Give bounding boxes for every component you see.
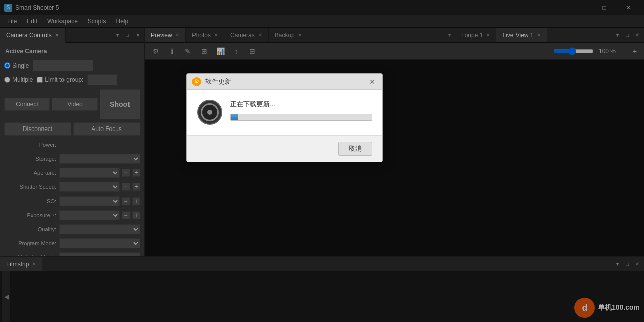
dialog-footer: 取消 [187,135,382,162]
dialog-app-icon-inner [201,103,219,121]
dialog-app-icon [197,100,222,125]
update-dialog: ⚙ 软件更新 ✕ 正在下载更新... 取消 [186,73,383,162]
dialog-close-button[interactable]: ✕ [367,77,377,87]
dialog-overlay: ⚙ 软件更新 ✕ 正在下载更新... 取消 [0,0,644,322]
dialog-message: 正在下载更新... [230,100,372,109]
dialog-title: 软件更新 [205,77,363,86]
cancel-button[interactable]: 取消 [338,142,372,156]
dialog-icon: ⚙ [192,77,201,86]
dialog-app-icon-dot [207,110,212,115]
dialog-body: 正在下载更新... [187,90,382,135]
dialog-title-bar: ⚙ 软件更新 ✕ [187,74,382,90]
progress-bar-fill [231,114,238,120]
dialog-content: 正在下载更新... [230,100,372,121]
progress-bar-container [230,114,372,121]
